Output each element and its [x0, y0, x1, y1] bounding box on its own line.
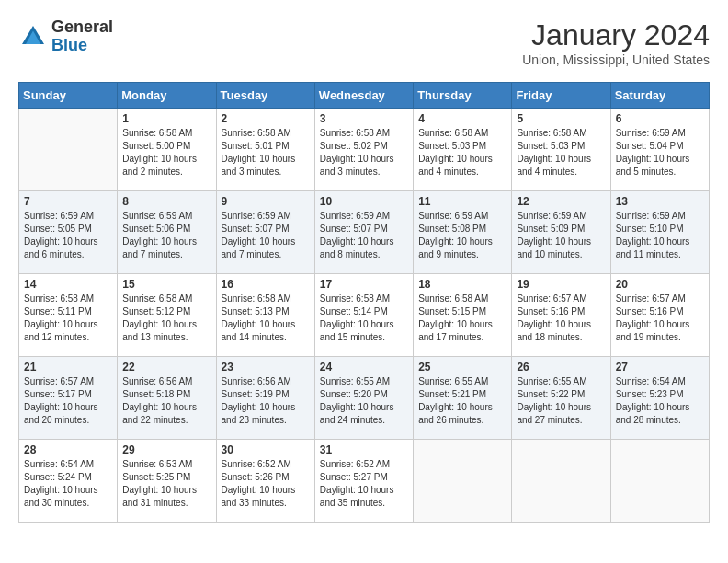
day-info-line: and 20 minutes. [24, 415, 89, 425]
calendar-day: 22Sunrise: 6:56 AMSunset: 5:18 PMDayligh… [118, 357, 216, 440]
day-info-line: and 13 minutes. [122, 332, 188, 342]
calendar-day: 25Sunrise: 6:55 AMSunset: 5:21 PMDayligh… [414, 357, 512, 440]
calendar-day: 27Sunrise: 6:54 AMSunset: 5:23 PMDayligh… [610, 357, 709, 440]
title-block: January 2024 Union, Mississippi, United … [522, 18, 710, 67]
day-info-line: Sunset: 5:05 PM [24, 224, 92, 234]
day-info-line: Daylight: 10 hours [418, 154, 493, 164]
day-info: Sunrise: 6:58 AMSunset: 5:03 PMDaylight:… [418, 127, 506, 178]
day-info-line: and 12 minutes. [24, 332, 89, 342]
day-info-line: Sunset: 5:26 PM [222, 472, 290, 482]
day-info: Sunrise: 6:58 AMSunset: 5:00 PMDaylight:… [122, 127, 210, 178]
day-info-line: Sunset: 5:19 PM [222, 389, 290, 399]
day-info-line: Sunrise: 6:58 AM [24, 293, 94, 304]
day-info-line: and 7 minutes. [222, 249, 282, 259]
calendar-day: 7Sunrise: 6:59 AMSunset: 5:05 PMDaylight… [19, 191, 118, 274]
day-info: Sunrise: 6:59 AMSunset: 5:04 PMDaylight:… [616, 127, 704, 178]
day-info-line: Sunrise: 6:58 AM [320, 293, 390, 304]
month-year-title: January 2024 [522, 18, 710, 52]
day-number: 17 [320, 278, 408, 291]
day-info-line: and 7 minutes. [122, 249, 183, 259]
day-info-line: and 4 minutes. [418, 167, 479, 177]
day-number: 30 [222, 443, 310, 456]
day-info: Sunrise: 6:59 AMSunset: 5:08 PMDaylight:… [418, 210, 506, 261]
day-info-line: Sunrise: 6:58 AM [418, 293, 488, 304]
day-info-line: Daylight: 10 hours [418, 319, 493, 329]
day-info-line: Sunrise: 6:59 AM [222, 211, 291, 221]
day-number: 5 [517, 112, 605, 125]
calendar-header: Sunday Monday Tuesday Wednesday Thursday… [19, 83, 710, 109]
day-info-line: and 17 minutes. [418, 332, 483, 342]
day-info-line: Daylight: 10 hours [122, 236, 197, 247]
day-info: Sunrise: 6:58 AMSunset: 5:13 PMDaylight:… [222, 293, 310, 344]
day-number: 20 [616, 278, 704, 291]
day-info-line: Sunrise: 6:59 AM [616, 128, 686, 138]
day-number: 3 [320, 112, 408, 125]
day-info: Sunrise: 6:55 AMSunset: 5:21 PMDaylight:… [418, 375, 506, 427]
col-friday: Friday [512, 83, 610, 109]
day-info-line: Sunset: 5:13 PM [222, 306, 290, 316]
calendar-day: 15Sunrise: 6:58 AMSunset: 5:12 PMDayligh… [118, 274, 216, 357]
day-info-line: Daylight: 10 hours [24, 319, 98, 329]
day-info-line: Sunrise: 6:58 AM [418, 128, 488, 138]
day-number: 16 [222, 278, 310, 291]
day-info-line: Sunset: 5:07 PM [320, 224, 388, 234]
day-info-line: and 4 minutes. [517, 167, 577, 177]
day-info: Sunrise: 6:57 AMSunset: 5:17 PMDaylight:… [24, 375, 112, 427]
calendar-week-5: 28Sunrise: 6:54 AMSunset: 5:24 PMDayligh… [19, 440, 710, 523]
day-info-line: Sunrise: 6:59 AM [24, 211, 94, 221]
calendar-day: 26Sunrise: 6:55 AMSunset: 5:22 PMDayligh… [512, 357, 610, 440]
day-number: 9 [222, 195, 310, 208]
col-tuesday: Tuesday [216, 83, 314, 109]
calendar-day: 13Sunrise: 6:59 AMSunset: 5:10 PMDayligh… [610, 191, 709, 274]
day-info-line: Daylight: 10 hours [517, 402, 591, 412]
calendar-day: 18Sunrise: 6:58 AMSunset: 5:15 PMDayligh… [414, 274, 512, 357]
day-info-line: Sunrise: 6:56 AM [122, 376, 192, 386]
day-info-line: Sunset: 5:20 PM [320, 389, 388, 399]
day-info-line: and 24 minutes. [320, 415, 385, 425]
calendar-day: 19Sunrise: 6:57 AMSunset: 5:16 PMDayligh… [512, 274, 610, 357]
calendar-day: 21Sunrise: 6:57 AMSunset: 5:17 PMDayligh… [19, 357, 118, 440]
day-info-line: Sunset: 5:11 PM [24, 306, 92, 316]
col-monday: Monday [118, 83, 216, 109]
day-info: Sunrise: 6:52 AMSunset: 5:26 PMDaylight:… [222, 458, 310, 510]
day-info-line: Sunrise: 6:55 AM [320, 376, 390, 386]
calendar-day: 28Sunrise: 6:54 AMSunset: 5:24 PMDayligh… [19, 440, 118, 523]
calendar-day [19, 109, 118, 191]
day-info: Sunrise: 6:56 AMSunset: 5:19 PMDaylight:… [222, 375, 310, 427]
day-info-line: and 18 minutes. [517, 332, 582, 342]
days-of-week-row: Sunday Monday Tuesday Wednesday Thursday… [19, 83, 710, 109]
day-info: Sunrise: 6:53 AMSunset: 5:25 PMDaylight:… [122, 458, 210, 510]
day-info-line: Sunset: 5:16 PM [517, 306, 585, 316]
day-info-line: Daylight: 10 hours [320, 319, 394, 329]
day-info-line: Daylight: 10 hours [222, 236, 296, 247]
calendar-day: 23Sunrise: 6:56 AMSunset: 5:19 PMDayligh… [216, 357, 314, 440]
day-info-line: Daylight: 10 hours [122, 485, 197, 495]
day-info-line: Sunset: 5:18 PM [122, 389, 190, 399]
day-info-line: Daylight: 10 hours [320, 236, 394, 247]
calendar-day: 20Sunrise: 6:57 AMSunset: 5:16 PMDayligh… [610, 274, 709, 357]
day-info-line: Sunrise: 6:52 AM [222, 459, 291, 469]
day-info-line: Sunrise: 6:58 AM [320, 128, 390, 138]
day-info-line: Daylight: 10 hours [616, 402, 690, 412]
day-info-line: Sunset: 5:23 PM [616, 389, 684, 399]
day-info-line: Sunset: 5:10 PM [616, 224, 684, 234]
calendar-day: 4Sunrise: 6:58 AMSunset: 5:03 PMDaylight… [414, 109, 512, 191]
day-number: 14 [24, 278, 112, 291]
calendar-day: 9Sunrise: 6:59 AMSunset: 5:07 PMDaylight… [216, 191, 314, 274]
calendar-day: 3Sunrise: 6:58 AMSunset: 5:02 PMDaylight… [314, 109, 413, 191]
day-number: 28 [24, 443, 112, 456]
day-number: 8 [122, 195, 210, 208]
day-info-line: and 9 minutes. [418, 249, 479, 259]
day-info-line: and 22 minutes. [122, 415, 188, 425]
day-info-line: and 6 minutes. [24, 249, 85, 259]
day-info-line: Sunrise: 6:54 AM [24, 459, 94, 469]
day-number: 1 [122, 112, 210, 125]
day-number: 23 [222, 361, 310, 373]
day-info-line: Daylight: 10 hours [24, 402, 98, 412]
calendar-day: 30Sunrise: 6:52 AMSunset: 5:26 PMDayligh… [216, 440, 314, 523]
col-saturday: Saturday [610, 83, 709, 109]
day-info-line: Sunrise: 6:59 AM [122, 211, 192, 221]
day-info-line: Daylight: 10 hours [24, 236, 98, 247]
day-info-line: Daylight: 10 hours [320, 485, 394, 495]
calendar-day [512, 440, 610, 523]
